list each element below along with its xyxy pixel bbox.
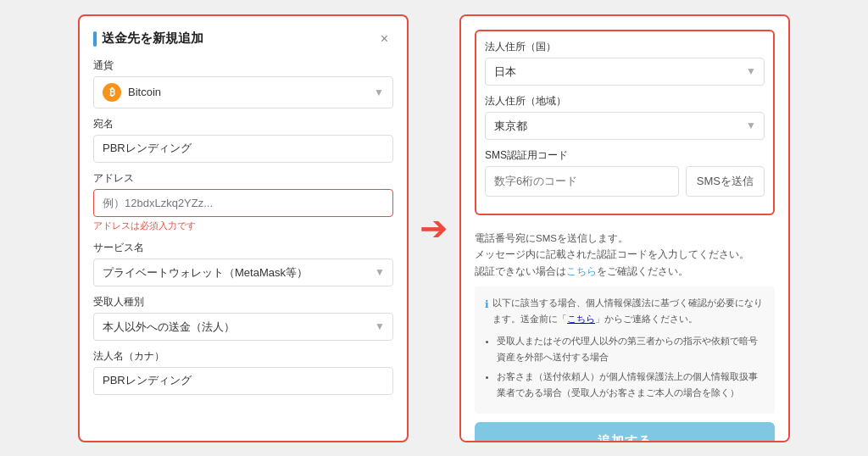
recipient-input[interactable] [93,135,393,163]
panel-title: 送金先を新規追加 [93,31,203,47]
corporate-region-select-wrapper: 東京都 ▼ [485,112,765,140]
address-label: アドレス [93,171,393,186]
close-button[interactable]: × [376,30,393,48]
corporate-region-label: 法人住所（地域） [485,94,765,108]
sms-label: SMS認証用コード [485,148,765,163]
currency-field-group: 通貨 ₿ Bitcoin ▼ [93,58,393,108]
sms-code-input[interactable] [485,166,679,197]
recipient-type-field-group: 受取人種別 本人以外への送金（法人） ▼ [93,295,393,341]
info-link[interactable]: こちら [566,266,597,276]
recipient-label: 宛名 [93,117,393,131]
right-panel: 法人住所（国） 日本 ▼ 法人住所（地域） 東京都 ▼ [459,14,790,442]
corporate-country-select-wrapper: 日本 ▼ [485,58,765,86]
recipient-type-label: 受取人種別 [93,295,393,309]
notice-header: ℹ 以下に該当する場合、個人情報保護法に基づく確認が必要になります。送金前に「こ… [485,295,765,328]
service-select[interactable]: プライベートウォレット（MetaMask等） [93,259,393,286]
arrow-container: ➔ [409,211,459,245]
recipient-type-select[interactable]: 本人以外への送金（法人） [93,313,393,341]
address-error-text: アドレスは必須入力です [93,220,393,232]
corporate-name-label: 法人名（カナ） [93,349,393,364]
service-select-wrapper: プライベートウォレット（MetaMask等） ▼ [93,259,393,286]
chevron-down-icon: ▼ [374,86,384,98]
notice-box: ℹ 以下に該当する場合、個人情報保護法に基づく確認が必要になります。送金前に「こ… [475,286,775,414]
left-panel: 送金先を新規追加 × 通貨 ₿ Bitcoin ▼ 宛名 アドレス [78,14,409,442]
service-label: サービス名 [93,241,393,255]
corporate-region-select[interactable]: 東京都 [485,112,765,140]
corporate-country-label: 法人住所（国） [485,40,765,54]
sms-field-group: SMS認証用コード SMSを送信 [485,148,765,197]
corporate-name-field-group: 法人名（カナ） [93,349,393,395]
notice-list: 受取人またはその代理人以外の第三者からの指示や依頼で暗号資産を外部へ送付する場合… [485,333,765,402]
currency-value: Bitcoin [128,86,161,98]
main-container: 送金先を新規追加 × 通貨 ₿ Bitcoin ▼ 宛名 アドレス [0,0,868,456]
corporate-name-input[interactable] [93,367,393,395]
recipient-field-group: 宛名 [93,117,393,163]
notice-item-2: お客さま（送付依頼人）が個人情報保護法上の個人情報取扱事業者である場合（受取人が… [497,369,765,402]
notice-item-1: 受取人またはその代理人以外の第三者からの指示や依頼で暗号資産を外部へ送付する場合 [497,333,765,366]
sms-info-text: 電話番号宛にSMSを送信します。 メッセージ内に記載された認証コードを入力してく… [475,231,775,281]
forward-arrow-icon: ➔ [420,211,448,245]
service-field-group: サービス名 プライベートウォレット（MetaMask等） ▼ [93,241,393,286]
address-input[interactable] [93,189,393,217]
top-right-section: 法人住所（国） 日本 ▼ 法人住所（地域） 東京都 ▼ [475,30,775,215]
currency-label: 通貨 [93,58,393,73]
recipient-type-select-wrapper: 本人以外への送金（法人） ▼ [93,313,393,341]
corporate-country-select[interactable]: 日本 [485,58,765,86]
sms-send-button[interactable]: SMSを送信 [686,166,765,197]
notice-link[interactable]: こちら [567,314,595,324]
info-icon: ℹ [485,296,489,314]
address-field-group: アドレス アドレスは必須入力です [93,171,393,232]
btc-icon: ₿ [103,83,121,102]
add-button[interactable]: 追加する [475,422,775,442]
corporate-region-field-group: 法人住所（地域） 東京都 ▼ [485,94,765,140]
corporate-country-field-group: 法人住所（国） 日本 ▼ [485,40,765,86]
currency-select[interactable]: ₿ Bitcoin ▼ [93,76,393,108]
panel-header: 送金先を新規追加 × [93,30,393,48]
sms-row: SMSを送信 [485,166,765,197]
